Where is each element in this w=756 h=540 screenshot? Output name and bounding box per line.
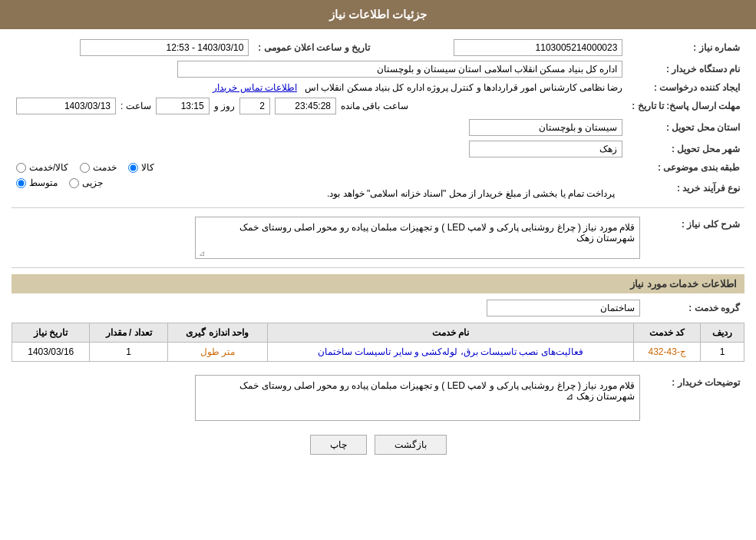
buyer-desc-value: قلام مورد نیاز ( چراغ روشنایی پارکی و لا…	[12, 373, 645, 423]
category-kala-radio[interactable]	[128, 163, 138, 173]
city-label: شهر محل تحویل :	[627, 138, 744, 160]
category-kala-khedmat-item: کالا/خدمت	[16, 162, 68, 173]
service-group-label: گروه خدمت :	[645, 297, 744, 319]
category-kala-label: کالا	[141, 162, 154, 173]
cell-date: 1403/03/16	[12, 343, 90, 362]
buyer-org-value: اداره کل بنیاد مسکن انقلاب اسلامی استان …	[12, 58, 627, 80]
purchase-type-label: نوع فرآیند خرید :	[627, 175, 744, 201]
need-number-box: 1103005214000023	[454, 39, 622, 56]
cell-unit: متر طول	[167, 343, 267, 362]
cell-code: ج-43-432	[634, 343, 701, 362]
response-remaining-box: 23:45:28	[275, 98, 336, 114]
purchase-jozii-label: جزیی	[82, 177, 103, 188]
category-khedmat-radio[interactable]	[80, 163, 90, 173]
col-code-header: کد خدمت	[634, 323, 701, 343]
col-row-header: ردیف	[701, 323, 744, 343]
cell-name: فعالیت‌های نصب تاسیسات برق، لوله‌کشی و س…	[267, 343, 633, 362]
response-days-label: روز و	[214, 101, 235, 111]
category-khedmat-label: خدمت	[93, 162, 117, 173]
divider-1	[12, 207, 744, 208]
table-row: 1 ج-43-432 فعالیت‌های نصب تاسیسات برق، ل…	[12, 343, 744, 362]
need-number-value: 1103005214000023	[385, 37, 627, 58]
service-group-box: ساختمان	[487, 300, 640, 316]
purchase-type-value: متوسط جزیی پرداخت تمام یا بخشی از مبلغ خ…	[12, 175, 627, 201]
cell-row: 1	[701, 343, 744, 362]
main-content: شماره نیاز : 1103005214000023 تاریخ و سا…	[0, 29, 756, 474]
general-desc-box: قلام مورد نیاز ( چراغ روشنایی پارکی و لا…	[195, 217, 640, 259]
cell-count: 1	[90, 343, 167, 362]
creator-contact-link[interactable]: اطلاعات تماس خریدار	[213, 82, 297, 93]
response-days-box: 2	[239, 98, 270, 114]
announce-date-box: 1403/03/10 - 12:53	[80, 39, 249, 56]
purchase-jozii-item: جزیی	[69, 177, 103, 188]
general-desc-value: قلام مورد نیاز ( چراغ روشنایی پارکی و لا…	[12, 214, 645, 261]
category-value: کالا/خدمت خدمت کالا	[12, 160, 627, 175]
response-deadline-row: 1403/03/13 ساعت : 13:15 روز و 2 23:45:28	[12, 95, 627, 117]
col-name-header: نام خدمت	[267, 323, 633, 343]
response-deadline-label: مهلت ارسال پاسخ: تا تاریخ :	[627, 95, 744, 117]
buyer-desc-label: توضیحات خریدار :	[645, 373, 744, 423]
response-date-box: 1403/03/13	[16, 98, 116, 114]
purchase-motovaset-item: متوسط	[16, 177, 58, 188]
purchase-motovaset-label: متوسط	[29, 177, 58, 188]
resize-handle-2[interactable]: ⊿	[566, 391, 573, 402]
announce-date-label: تاریخ و ساعت اعلان عمومی :	[253, 37, 385, 58]
category-khedmat-item: خدمت	[80, 162, 117, 173]
category-kala-item: کالا	[128, 162, 154, 173]
service-group-form: گروه خدمت : ساختمان	[12, 297, 744, 319]
services-section-title: اطلاعات خدمات مورد نیاز	[12, 274, 744, 293]
province-label: استان محل تحویل :	[627, 117, 744, 138]
response-time-box: 13:15	[156, 98, 210, 114]
info-form: شماره نیاز : 1103005214000023 تاریخ و سا…	[12, 37, 744, 201]
announce-date-value: 1403/03/10 - 12:53	[12, 37, 253, 58]
button-row: بازگشت چاپ	[12, 435, 744, 455]
response-remaining-label: ساعت باقی مانده	[341, 101, 408, 111]
purchase-type-radio-group: متوسط جزیی	[16, 177, 622, 188]
col-unit-header: واحد اندازه گیری	[167, 323, 267, 343]
deadline-row: 1403/03/13 ساعت : 13:15 روز و 2 23:45:28	[16, 98, 622, 114]
creator-value: رضا نظامی کارشناس امور قراردادها و کنترل…	[12, 80, 627, 95]
category-radio-group: کالا/خدمت خدمت کالا	[16, 162, 622, 173]
category-label: طبقه بندی موضوعی :	[627, 160, 744, 175]
page-header: جزئیات اطلاعات نیاز	[0, 0, 756, 29]
services-table: ردیف کد خدمت نام خدمت واحد اندازه گیری ت…	[12, 323, 744, 362]
buyer-org-box: اداره کل بنیاد مسکن انقلاب اسلامی استان …	[177, 61, 622, 78]
category-kala-khedmat-radio[interactable]	[16, 163, 26, 173]
general-desc-form: شرح کلی نیاز : قلام مورد نیاز ( چراغ روش…	[12, 214, 744, 261]
page-wrapper: جزئیات اطلاعات نیاز شماره نیاز : 1103005…	[0, 0, 756, 540]
buyer-org-label: نام دستگاه خریدار :	[627, 58, 744, 80]
page-title: جزئیات اطلاعات نیاز	[329, 8, 427, 21]
province-value: سیستان و بلوچستان	[12, 117, 627, 138]
resize-handle-1[interactable]: ⊿	[197, 249, 205, 257]
category-kala-khedmat-label: کالا/خدمت	[29, 162, 68, 173]
divider-2	[12, 267, 744, 268]
back-button[interactable]: بازگشت	[375, 435, 447, 455]
buyer-desc-box: قلام مورد نیاز ( چراغ روشنایی پارکی و لا…	[195, 375, 640, 421]
province-box: سیستان و بلوچستان	[469, 119, 622, 136]
general-desc-label: شرح کلی نیاز :	[645, 214, 744, 261]
creator-label: ایجاد کننده درخواست :	[627, 80, 744, 95]
col-count-header: تعداد / مقدار	[90, 323, 167, 343]
city-box: زهک	[469, 141, 622, 157]
print-button[interactable]: چاپ	[310, 435, 367, 455]
response-time-label: ساعت :	[120, 101, 151, 111]
col-date-header: تاریخ نیاز	[12, 323, 90, 343]
purchase-motovaset-radio[interactable]	[16, 178, 26, 188]
buyer-desc-form: توضیحات خریدار : قلام مورد نیاز ( چراغ ر…	[12, 373, 744, 423]
purchase-jozii-radio[interactable]	[69, 178, 79, 188]
service-group-value: ساختمان	[12, 297, 645, 319]
purchase-desc: پرداخت تمام یا بخشی از مبلغ خریدار از مح…	[327, 188, 615, 199]
city-value: زهک	[12, 138, 627, 160]
need-number-label: شماره نیاز :	[627, 37, 744, 58]
